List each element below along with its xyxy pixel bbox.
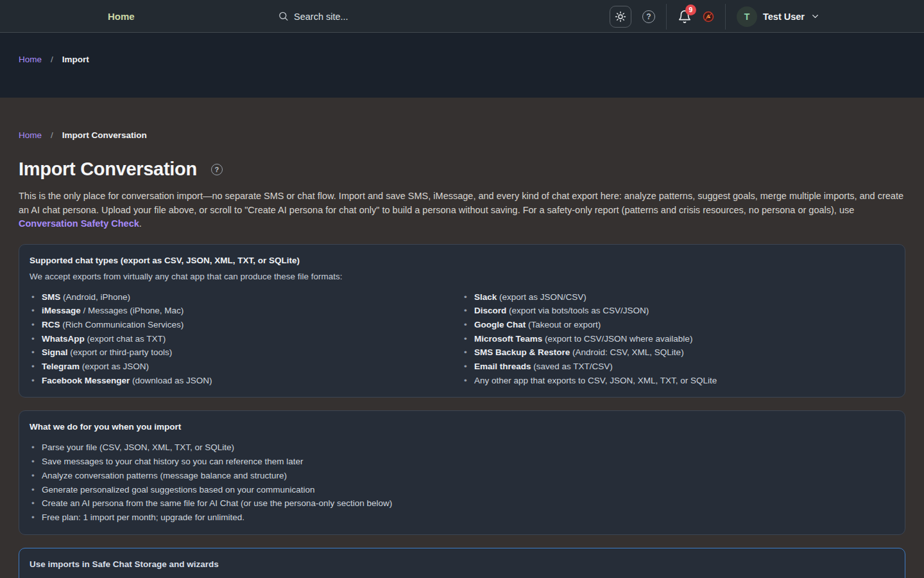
topbar-divider bbox=[666, 4, 667, 30]
breadcrumb-home-link[interactable]: Home bbox=[19, 130, 42, 140]
page-title-help-icon[interactable]: ? bbox=[211, 164, 223, 175]
list-item: Slack (export as JSON/CSV) bbox=[462, 290, 894, 304]
list-item: Email threads (saved as TXT/CSV) bbox=[462, 360, 894, 374]
list-item: Parse your file (CSV, JSON, XML, TXT, or… bbox=[30, 441, 894, 455]
breadcrumb-separator: / bbox=[51, 55, 53, 64]
list-item: SMS Backup & Restore (Android: CSV, XML,… bbox=[462, 346, 894, 360]
topbar-controls: ? 9 T Test User bbox=[610, 0, 820, 33]
card-intro: We accept exports from virtually any cha… bbox=[30, 270, 894, 283]
list-item: Google Chat (Takeout or export) bbox=[462, 318, 894, 332]
avatar: T bbox=[737, 6, 757, 27]
list-item: SMS (Android, iPhone) bbox=[30, 290, 462, 304]
search-icon bbox=[278, 11, 289, 22]
topbar-divider bbox=[725, 4, 726, 30]
breadcrumb-home-link[interactable]: Home bbox=[19, 55, 42, 64]
what-we-do-card: What we do for you when you import Parse… bbox=[19, 410, 905, 534]
intro-text-after: . bbox=[139, 218, 142, 229]
supported-types-right-list: Slack (export as JSON/CSV)Discord (expor… bbox=[462, 290, 894, 388]
breadcrumb: Home / Import bbox=[19, 55, 905, 64]
main-content: Home / Import Conversation Import Conver… bbox=[0, 98, 924, 578]
list-item: Generate personalized goal suggestions b… bbox=[30, 483, 894, 497]
list-item: Any other app that exports to CSV, JSON,… bbox=[462, 374, 894, 388]
help-icon[interactable]: ? bbox=[642, 10, 655, 23]
breadcrumb-separator: / bbox=[51, 130, 53, 140]
list-item: Signal (export or third-party tools) bbox=[30, 346, 462, 360]
list-item: WhatsApp (export chat as TXT) bbox=[30, 332, 462, 346]
hero-band: Home / Import bbox=[0, 33, 924, 98]
list-item: Microsoft Teams (export to CSV/JSON wher… bbox=[462, 332, 894, 346]
list-item: Telegram (export as JSON) bbox=[30, 360, 462, 374]
safe-chat-storage-card: Use imports in Safe Chat Storage and wiz… bbox=[19, 548, 905, 578]
breadcrumb: Home / Import Conversation bbox=[19, 130, 905, 140]
card-title: Supported chat types (export as CSV, JSO… bbox=[30, 254, 894, 267]
card-title: Use imports in Safe Chat Storage and wiz… bbox=[30, 558, 894, 571]
theme-toggle-button[interactable] bbox=[610, 6, 631, 28]
list-item: iMessage / Messages (iPhone, Mac) bbox=[30, 304, 462, 318]
nav-home-link[interactable]: Home bbox=[108, 11, 135, 22]
chevron-down-icon bbox=[810, 12, 820, 21]
site-search[interactable] bbox=[278, 11, 486, 22]
page-title: Import Conversation bbox=[19, 159, 197, 180]
what-we-do-list: Parse your file (CSV, JSON, XML, TXT, or… bbox=[30, 441, 894, 524]
intro-text: This is the only place for conversation … bbox=[19, 191, 903, 215]
list-item: Discord (export via bots/tools as CSV/JS… bbox=[462, 304, 894, 318]
list-item: RCS (Rich Communication Services) bbox=[30, 318, 462, 332]
supported-chat-types-card: Supported chat types (export as CSV, JSO… bbox=[19, 244, 905, 398]
topbar: Home ? bbox=[0, 0, 924, 33]
search-input[interactable] bbox=[294, 11, 486, 21]
user-menu[interactable]: T Test User bbox=[737, 6, 820, 27]
intro-paragraph: This is the only place for conversation … bbox=[19, 189, 905, 231]
notifications-button[interactable]: 9 bbox=[678, 10, 692, 24]
breadcrumb-current: Import bbox=[62, 55, 89, 64]
notification-count-badge: 9 bbox=[685, 4, 696, 15]
conversation-safety-check-link[interactable]: Conversation Safety Check bbox=[19, 218, 139, 229]
list-item: Facebook Messenger (download as JSON) bbox=[30, 374, 462, 388]
list-item: Save messages to your chat history so yo… bbox=[30, 455, 894, 469]
supported-types-left-list: SMS (Android, iPhone)iMessage / Messages… bbox=[30, 290, 462, 388]
list-item: Free plan: 1 import per month; upgrade f… bbox=[30, 511, 894, 525]
user-name: Test User bbox=[763, 12, 805, 22]
list-item: Create an AI persona from the same file … bbox=[30, 496, 894, 511]
crisis-alert-icon[interactable] bbox=[703, 11, 714, 22]
list-item: Analyze conversation patterns (message b… bbox=[30, 469, 894, 483]
card-title: What we do for you when you import bbox=[30, 421, 894, 434]
breadcrumb-current: Import Conversation bbox=[62, 130, 147, 140]
sun-icon bbox=[615, 11, 626, 22]
